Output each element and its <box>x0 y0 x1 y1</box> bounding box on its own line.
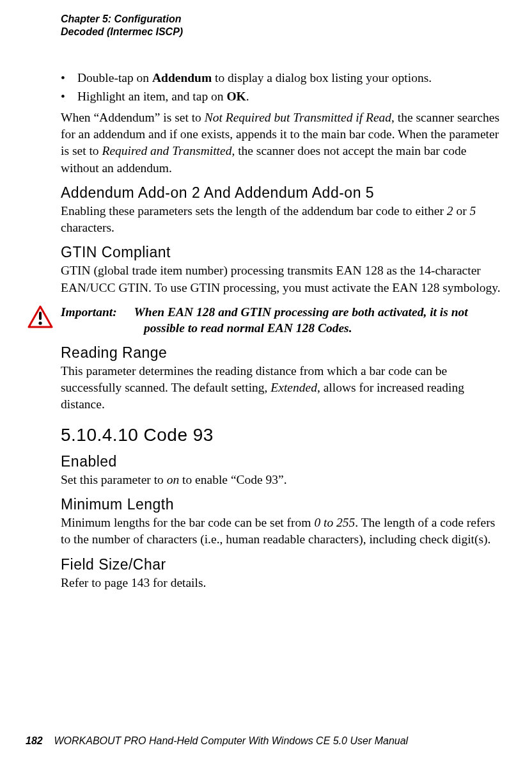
footer-title: WORKABOUT PRO Hand-Held Computer With Wi… <box>54 735 408 746</box>
page-number: 182 <box>26 735 43 746</box>
text: . <box>246 90 249 103</box>
italic-term: 2 <box>447 204 453 218</box>
italic-term: Extended <box>270 381 317 394</box>
heading-addendum-addon: Addendum Add-on 2 And Addendum Add-on 5 <box>61 184 506 202</box>
paragraph: Refer to page 143 for details. <box>61 575 506 591</box>
header-line2: Decoded (Intermec ISCP) <box>61 26 506 38</box>
warning-icon <box>27 305 53 328</box>
text: Double-tap on <box>77 71 152 84</box>
heading-reading-range: Reading Range <box>61 344 506 362</box>
italic-term: 5 <box>470 204 476 218</box>
important-note: Important: When EAN 128 and GTIN process… <box>27 304 506 337</box>
text: Set this parameter to <box>61 473 167 486</box>
italic-term: Not Required but Transmitted if Read <box>205 111 391 124</box>
text: characters. <box>61 221 114 234</box>
svg-rect-1 <box>39 312 42 320</box>
bold-term: OK <box>226 90 246 103</box>
running-header: Chapter 5: Configuration Decoded (Interm… <box>61 13 506 38</box>
text: possible to read normal EAN 128 Codes. <box>144 320 468 336</box>
italic-term: 0 to 255 <box>314 516 355 529</box>
body: Double-tap on Addendum to display a dial… <box>61 69 506 591</box>
text: When “Addendum” is set to <box>61 111 205 124</box>
important-text: Important: When EAN 128 and GTIN process… <box>61 304 468 337</box>
heading-gtin: GTIN Compliant <box>61 244 506 261</box>
bold-term: Addendum <box>152 71 212 84</box>
text: to enable “Code 93”. <box>179 473 286 486</box>
paragraph: GTIN (global trade item number) processi… <box>61 262 506 296</box>
important-label: Important: <box>61 304 131 320</box>
list-item: Double-tap on Addendum to display a dial… <box>77 69 506 86</box>
bullet-list: Double-tap on Addendum to display a dial… <box>61 69 506 106</box>
italic-term: on <box>167 473 180 486</box>
paragraph: Set this parameter to on to enable “Code… <box>61 472 506 488</box>
heading-code-93: 5.10.4.10 Code 93 <box>61 425 506 445</box>
heading-field-size: Field Size/Char <box>61 556 506 573</box>
text: When EAN 128 and GTIN processing are bot… <box>134 305 468 319</box>
paragraph: Minimum lengths for the bar code can be … <box>61 515 506 548</box>
footer: 182 WORKABOUT PRO Hand-Held Computer Wit… <box>26 735 408 747</box>
text: or <box>453 204 470 218</box>
italic-term: Required and Transmitted <box>102 144 231 157</box>
text: to display a dialog box listing your opt… <box>212 71 432 84</box>
heading-minimum-length: Minimum Length <box>61 496 506 513</box>
text: Highlight an item, and tap on <box>77 90 226 103</box>
heading-enabled: Enabled <box>61 453 506 470</box>
list-item: Highlight an item, and tap on OK. <box>77 88 506 105</box>
text: Enabling these parameters sets the lengt… <box>61 204 447 218</box>
svg-point-2 <box>38 321 42 324</box>
paragraph: When “Addendum” is set to Not Required b… <box>61 109 506 177</box>
paragraph: Enabling these parameters sets the lengt… <box>61 203 506 237</box>
paragraph: This parameter determines the reading di… <box>61 363 506 413</box>
text: Minimum lengths for the bar code can be … <box>61 516 314 529</box>
header-line1: Chapter 5: Configuration <box>61 13 506 26</box>
